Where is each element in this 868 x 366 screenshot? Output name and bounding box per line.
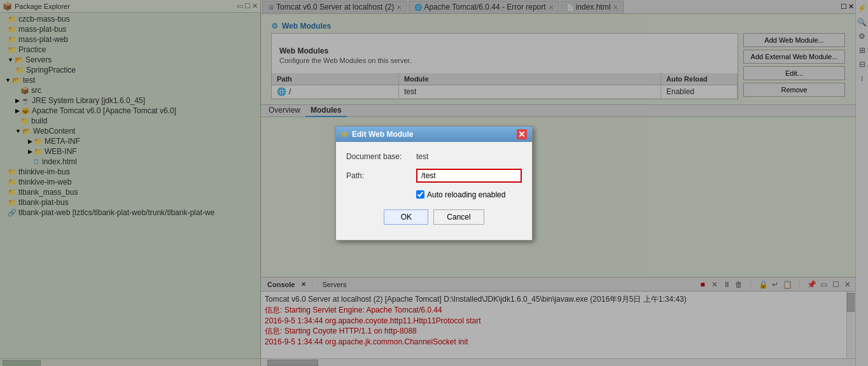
modal-body: Document base: test Path: Auto reloading… (336, 142, 532, 240)
path-row: Path: (346, 169, 522, 183)
modal-close-button[interactable]: ✕ (517, 129, 527, 139)
modal-overlay: ⚙ Edit Web Module ✕ Document base: test … (0, 0, 868, 366)
edit-web-module-dialog: ⚙ Edit Web Module ✕ Document base: test … (335, 126, 533, 241)
path-label: Path: (346, 171, 416, 180)
modal-cancel-button[interactable]: Cancel (433, 209, 484, 225)
document-base-value: test (416, 152, 428, 161)
auto-reload-row: Auto reloading enabled (346, 190, 522, 199)
auto-reload-checkbox[interactable] (416, 190, 424, 199)
modal-title: Edit Web Module (352, 130, 517, 139)
path-input[interactable] (416, 169, 522, 183)
document-base-row: Document base: test (346, 152, 522, 161)
modal-ok-button[interactable]: OK (384, 209, 428, 225)
modal-buttons: OK Cancel (346, 209, 522, 230)
modal-title-bar: ⚙ Edit Web Module ✕ (336, 127, 532, 142)
auto-reload-label: Auto reloading enabled (427, 190, 505, 199)
document-base-label: Document base: (346, 152, 416, 161)
modal-title-icon: ⚙ (341, 130, 348, 139)
